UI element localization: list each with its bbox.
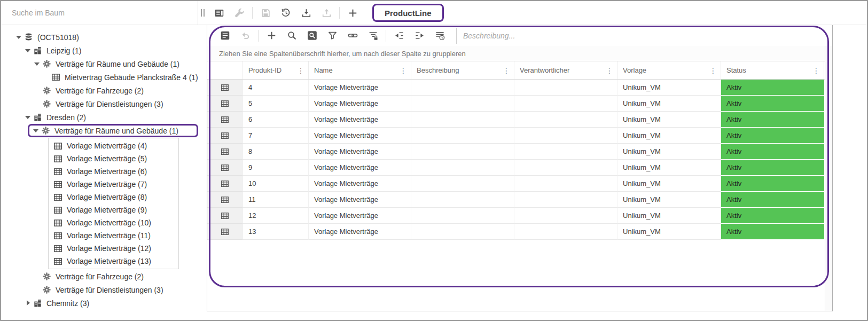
caret-spacer (33, 272, 42, 281)
caret-spacer (33, 87, 42, 95)
column-menu-icon[interactable]: ⋮ (294, 67, 307, 74)
caret-down-icon[interactable] (24, 113, 33, 122)
tree-item[interactable]: Verträge für Dienstleistungen (3) (1, 97, 207, 111)
caret-down-icon[interactable] (15, 33, 24, 42)
group-by-bar[interactable]: Ziehen Sie eine Spaltenüberschrift hierh… (207, 46, 832, 61)
row-table-icon[interactable] (207, 112, 243, 128)
row-table-icon[interactable] (207, 96, 243, 112)
row-table-icon[interactable] (207, 224, 243, 240)
column-menu-icon[interactable]: ⋮ (500, 67, 513, 74)
column-menu-icon[interactable]: ⋮ (603, 67, 616, 74)
column-header-beschreibung[interactable]: Beschreibung⋮ (411, 61, 514, 79)
caret-right-icon[interactable] (24, 299, 33, 308)
table-row[interactable]: 5Vorlage MietverträgeUnikum_VMAktiv (207, 96, 832, 112)
row-table-icon[interactable] (207, 208, 243, 224)
data-panel-icon[interactable] (215, 27, 235, 45)
tree-item[interactable]: Vorlage Mietverträge (4) (49, 139, 178, 152)
table-row[interactable]: 6Vorlage MietverträgeUnikum_VMAktiv (207, 112, 832, 128)
filter-lock-icon[interactable] (363, 27, 383, 45)
gear-icon (42, 59, 51, 69)
column-header-vorlage[interactable]: Vorlage⋮ (617, 61, 721, 79)
tree-item[interactable]: Vorlage Mietverträge (13) (49, 255, 178, 268)
column-header-label: Produkt-ID (248, 66, 294, 74)
filter-icon[interactable] (322, 27, 342, 45)
filter-history-icon[interactable] (429, 27, 450, 45)
tree-item-label: Verträge für Räume und Gebäude (1) (56, 60, 179, 68)
column-header-name[interactable]: Name⋮ (309, 61, 411, 79)
column-header-status[interactable]: Status⋮ (721, 61, 824, 79)
tree-item[interactable]: Vorlage Mietverträge (7) (49, 178, 178, 191)
tree-item-content: Verträge für Fahrzeuge (2) (33, 270, 144, 283)
tree-item-label: Vorlage Mietverträge (13) (67, 257, 151, 265)
tree-item[interactable]: (OCT51018) (1, 30, 207, 44)
table-row[interactable]: 11Vorlage MietverträgeUnikum_VMAktiv (207, 192, 832, 208)
table-row[interactable]: 7Vorlage MietverträgeUnikum_VMAktiv (207, 128, 832, 144)
search-icon[interactable] (281, 27, 302, 45)
tree-item[interactable]: Vorlage Mietverträge (6) (49, 165, 178, 178)
row-table-icon[interactable] (207, 144, 243, 160)
grid-search-input[interactable] (463, 32, 824, 40)
row-table-icon[interactable] (207, 176, 243, 192)
tree-item[interactable]: Verträge für Räume und Gebäude (1) (1, 124, 207, 137)
table-row[interactable]: 4Vorlage MietverträgeUnikum_VMAktiv (207, 80, 832, 96)
import-icon[interactable] (296, 3, 316, 22)
tree-item[interactable]: Verträge für Fahrzeuge (2) (1, 84, 207, 97)
table-icon (53, 154, 62, 163)
table-row[interactable]: 8Vorlage MietverträgeUnikum_VMAktiv (207, 144, 832, 160)
restore-icon[interactable] (276, 3, 296, 22)
cell-verantwortlicher (514, 96, 617, 112)
cell-status: Aktiv (721, 160, 824, 176)
caret-down-icon[interactable] (33, 60, 42, 68)
column-menu-icon[interactable]: ⋮ (707, 67, 720, 74)
add-row-icon[interactable] (261, 27, 281, 45)
cell-id: 12 (243, 208, 309, 224)
table-row[interactable]: 10Vorlage MietverträgeUnikum_VMAktiv (207, 176, 832, 192)
column-header-id[interactable]: Produkt-ID⋮ (243, 61, 309, 79)
caret-down-icon[interactable] (24, 46, 33, 55)
tree-item[interactable]: Mietvertrag Gebäude Planckstraße 4 (1) (1, 71, 207, 84)
row-table-icon[interactable] (207, 128, 243, 144)
add-tab-icon[interactable] (342, 3, 363, 22)
tree-item[interactable]: Dresden (2) (1, 111, 207, 124)
caret-down-icon[interactable] (32, 127, 41, 135)
table-row[interactable]: 13Vorlage MietverträgeUnikum_VMAktiv (207, 224, 832, 240)
tree-item[interactable]: Vorlage Mietverträge (10) (49, 216, 178, 229)
tree-item[interactable]: Chemnitz (3) (1, 296, 207, 310)
column-menu-icon[interactable]: ⋮ (397, 67, 410, 74)
table-row[interactable]: 9Vorlage MietverträgeUnikum_VMAktiv (207, 160, 832, 176)
tree-item[interactable]: Verträge für Räume und Gebäude (1) (1, 57, 207, 71)
cell-verantwortlicher (514, 128, 617, 144)
layout-panel-icon[interactable] (209, 3, 229, 22)
search-panel-icon[interactable] (302, 27, 322, 45)
indent-left-icon[interactable] (389, 27, 409, 45)
table-row[interactable]: 12Vorlage MietverträgeUnikum_VMAktiv (207, 208, 832, 224)
tree-item[interactable]: Vorlage Mietverträge (8) (49, 191, 178, 203)
tree-item[interactable]: Vorlage Mietverträge (9) (49, 203, 178, 216)
table-icon (53, 244, 62, 253)
splitter-grip-icon[interactable] (198, 9, 207, 17)
link-icon[interactable] (342, 27, 363, 45)
column-menu-icon[interactable]: ⋮ (810, 67, 823, 74)
column-header-verantwortlicher[interactable]: Verantwortlicher⋮ (514, 61, 617, 79)
vertical-scrollbar[interactable] (825, 46, 832, 311)
tree-search-input[interactable] (12, 9, 191, 17)
indent-right-icon[interactable] (409, 27, 429, 45)
tab-productline[interactable]: ProductLine (372, 4, 444, 22)
tree-item[interactable]: Verträge für Fahrzeuge (2) (1, 270, 207, 283)
tree-item[interactable]: Vorlage Mietverträge (11) (49, 229, 178, 242)
cell-id: 4 (243, 80, 309, 96)
row-table-icon[interactable] (207, 192, 243, 208)
tree: (OCT51018)Leipzig (1)Verträge für Räume … (1, 30, 207, 310)
tree-item[interactable]: Vorlage Mietverträge (5) (49, 152, 178, 165)
toolbar-divider (339, 7, 340, 19)
tree-item-label: (OCT51018) (37, 33, 79, 42)
row-table-icon[interactable] (207, 80, 243, 96)
tree-item[interactable]: Verträge für Dienstleistungen (3) (1, 283, 207, 296)
tree-search (1, 1, 198, 25)
tree-item[interactable]: Leipzig (1) (1, 44, 207, 57)
tree-item-content: Verträge für Fahrzeuge (2) (33, 84, 144, 97)
row-table-icon[interactable] (207, 160, 243, 176)
cell-status: Aktiv (721, 128, 824, 144)
tree-item-content: Verträge für Räume und Gebäude (1) (33, 57, 179, 71)
tree-item[interactable]: Vorlage Mietverträge (12) (49, 242, 178, 255)
